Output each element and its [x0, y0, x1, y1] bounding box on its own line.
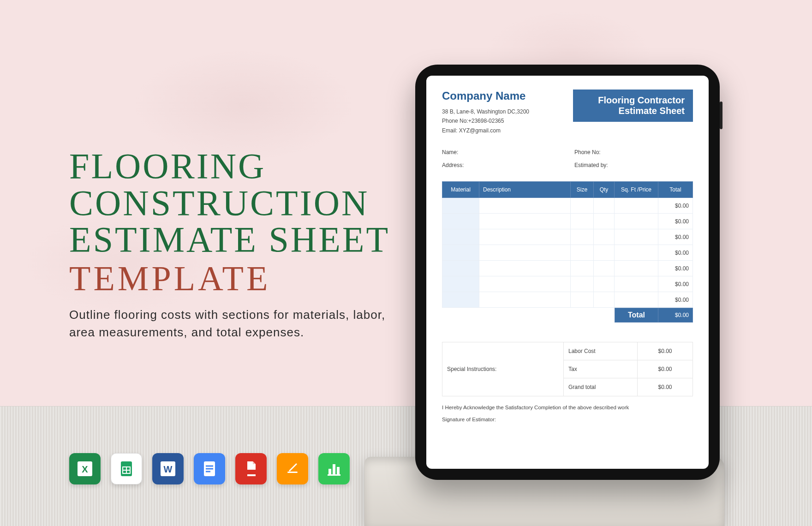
cell-size [571, 261, 594, 276]
estimate-table: Material Description Size Qty Sq. Ft /Pr… [442, 181, 693, 308]
title-line-1: FLOORING [69, 148, 401, 185]
word-icon: W [152, 453, 184, 484]
summary-table: Special Instructions: Labor Cost $0.00 T… [442, 342, 693, 396]
cell-qty [594, 245, 615, 261]
th-description: Description [479, 182, 571, 198]
promo-block: FLOORING CONSTRUCTION ESTIMATE SHEET TEM… [69, 148, 401, 341]
cell-qty [594, 229, 615, 245]
cell-total: $0.00 [658, 198, 693, 214]
table-row: $0.00 [442, 276, 693, 292]
google-docs-icon [194, 453, 225, 484]
cell-total: $0.00 [658, 276, 693, 292]
title-line-2: CONSTRUCTION [69, 185, 401, 221]
cell-sqft-price [615, 198, 658, 214]
table-total-row: Total $0.00 [442, 308, 693, 323]
cell-material [442, 292, 479, 308]
pdf-icon [235, 453, 267, 484]
pages-icon [277, 453, 308, 484]
cell-qty [594, 214, 615, 229]
th-material: Material [442, 182, 479, 198]
grand-total-value: $0.00 [638, 378, 693, 396]
badge-line-2: Estimate Sheet [581, 106, 685, 116]
cell-description [479, 292, 571, 308]
cell-sqft-price [615, 292, 658, 308]
svg-rect-17 [328, 474, 340, 476]
company-name: Company Name [442, 90, 529, 102]
cell-total: $0.00 [658, 245, 693, 261]
svg-rect-14 [328, 469, 331, 474]
cell-material [442, 261, 479, 276]
th-qty: Qty [594, 182, 615, 198]
title-line-3: ESTIMATE SHEET [69, 221, 401, 258]
table-row: $0.00 [442, 198, 693, 214]
table-header-row: Material Description Size Qty Sq. Ft /Pr… [442, 182, 693, 198]
company-block: Company Name 38 B, Lane-8, Washington DC… [442, 90, 529, 135]
cell-description [479, 214, 571, 229]
cell-qty [594, 292, 615, 308]
app-icons-row: X W [69, 453, 350, 484]
labor-cost-value: $0.00 [638, 342, 693, 360]
field-address: Address: [442, 162, 561, 168]
labor-cost-label: Labor Cost [564, 342, 638, 360]
cell-size [571, 245, 594, 261]
table-row: $0.00 [442, 261, 693, 276]
svg-text:W: W [164, 464, 173, 474]
cell-qty [594, 198, 615, 214]
total-label: Total [615, 308, 658, 323]
cell-total: $0.00 [658, 214, 693, 229]
company-address: 38 B, Lane-8, Washington DC,3200 [442, 107, 529, 116]
svg-rect-13 [287, 472, 298, 473]
numbers-icon [318, 453, 350, 484]
cell-material [442, 214, 479, 229]
cell-size [571, 198, 594, 214]
cell-material [442, 276, 479, 292]
acknowledgement-text: I Hereby Acknowledge the Satisfactory Co… [442, 405, 693, 410]
badge-line-1: Flooring Contractor [581, 95, 685, 106]
cell-qty [594, 276, 615, 292]
svg-rect-15 [333, 464, 335, 474]
cell-description [479, 229, 571, 245]
th-total: Total [658, 182, 693, 198]
cell-material [442, 229, 479, 245]
grand-total-label: Grand total [564, 378, 638, 396]
cell-size [571, 214, 594, 229]
cell-qty [594, 261, 615, 276]
total-value: $0.00 [658, 308, 693, 323]
company-phone: Phone No:+23698-02365 [442, 116, 529, 126]
cell-sqft-price [615, 214, 658, 229]
google-sheets-icon [111, 453, 142, 484]
field-name: Name: [442, 149, 561, 155]
cell-material [442, 245, 479, 261]
cell-description [479, 276, 571, 292]
cell-description [479, 261, 571, 276]
cell-sqft-price [615, 245, 658, 261]
cell-total: $0.00 [658, 261, 693, 276]
cell-size [571, 276, 594, 292]
svg-text:X: X [82, 464, 88, 474]
document-screen: Company Name 38 B, Lane-8, Washington DC… [426, 76, 709, 469]
field-estimated-by: Estimated by: [574, 162, 693, 168]
svg-rect-12 [245, 470, 257, 474]
company-email: Email: XYZ@gmail.com [442, 126, 529, 135]
special-instructions-cell: Special Instructions: [442, 342, 564, 396]
cell-size [571, 292, 594, 308]
document-title-badge: Flooring Contractor Estimate Sheet [573, 90, 693, 122]
tax-label: Tax [564, 360, 638, 378]
th-sqft-price: Sq. Ft /Price [615, 182, 658, 198]
signature-line: Signature of Estimator: [442, 417, 693, 422]
cell-total: $0.00 [658, 292, 693, 308]
cell-sqft-price [615, 229, 658, 245]
table-row: $0.00 [442, 229, 693, 245]
cell-sqft-price [615, 261, 658, 276]
tablet-power-button [720, 102, 722, 129]
tax-value: $0.00 [638, 360, 693, 378]
tablet-mockup: Company Name 38 B, Lane-8, Washington DC… [415, 65, 720, 480]
table-row: $0.00 [442, 292, 693, 308]
cell-description [479, 245, 571, 261]
cell-total: $0.00 [658, 229, 693, 245]
cell-size [571, 229, 594, 245]
field-phone: Phone No: [574, 149, 693, 155]
table-row: $0.00 [442, 214, 693, 229]
svg-rect-16 [337, 467, 340, 474]
document-header: Company Name 38 B, Lane-8, Washington DC… [442, 90, 693, 135]
